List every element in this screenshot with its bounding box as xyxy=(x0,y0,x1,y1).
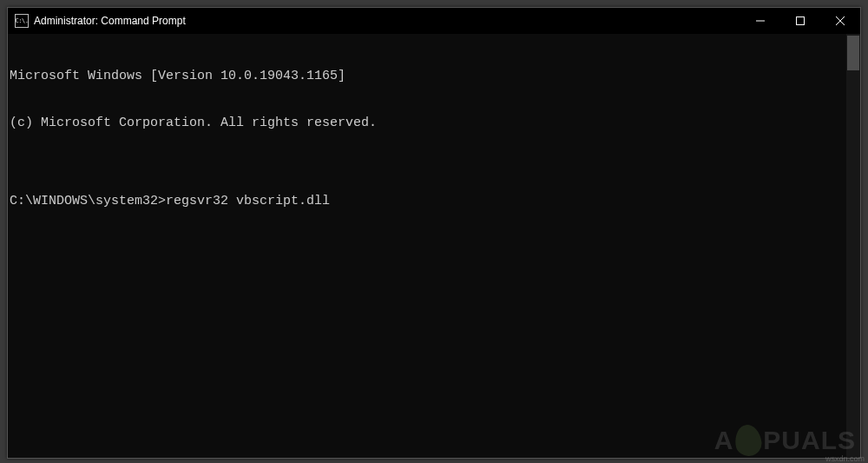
maximize-icon xyxy=(796,17,805,25)
close-button[interactable] xyxy=(820,8,860,34)
terminal-client-area[interactable]: Microsoft Windows [Version 10.0.19043.11… xyxy=(8,34,860,458)
command-prompt-window: C:\. Administrator: Command Prompt Micro… xyxy=(7,7,861,459)
terminal-output[interactable]: Microsoft Windows [Version 10.0.19043.11… xyxy=(10,37,845,456)
window-controls xyxy=(740,8,860,34)
vertical-scrollbar[interactable] xyxy=(846,34,860,458)
minimize-button[interactable] xyxy=(740,8,780,34)
terminal-line: Microsoft Windows [Version 10.0.19043.11… xyxy=(10,69,845,84)
maximize-button[interactable] xyxy=(780,8,820,34)
scrollbar-thumb[interactable] xyxy=(847,36,859,70)
window-title: Administrator: Command Prompt xyxy=(34,15,186,27)
terminal-command: regsvr32 vbscript.dll xyxy=(166,194,330,209)
minimize-icon xyxy=(756,17,765,25)
titlebar[interactable]: C:\. Administrator: Command Prompt xyxy=(8,8,860,34)
terminal-line: (c) Microsoft Corporation. All rights re… xyxy=(10,116,845,131)
svg-rect-1 xyxy=(797,17,805,25)
source-caption: wsxdn.com xyxy=(825,454,865,463)
cmd-icon: C:\. xyxy=(15,14,29,28)
terminal-prompt: C:\WINDOWS\system32> xyxy=(10,194,166,209)
close-icon xyxy=(836,17,845,25)
terminal-prompt-line: C:\WINDOWS\system32>regsvr32 vbscript.dl… xyxy=(10,194,845,209)
